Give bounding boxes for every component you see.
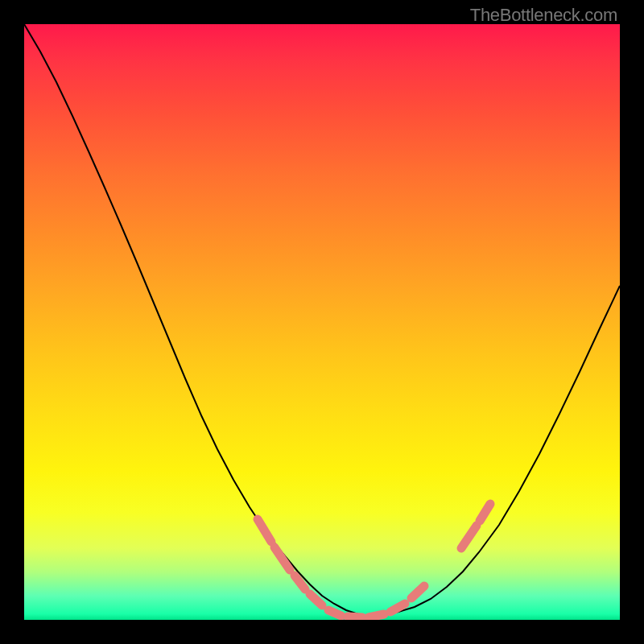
- plot-area: [24, 24, 620, 620]
- bottleneck-curve-left: [24, 24, 366, 617]
- marker-segment-9: [461, 526, 477, 548]
- bottleneck-curve-right: [366, 286, 620, 617]
- marker-segment-10: [480, 504, 490, 521]
- marker-segment-8: [411, 586, 424, 598]
- marker-segment-4: [328, 610, 341, 616]
- marker-segment-0: [258, 519, 271, 542]
- marker-segment-5: [348, 617, 362, 617]
- bottom-marker-group: [258, 504, 490, 617]
- marker-segment-3: [310, 594, 322, 605]
- chart-frame: TheBottleneck.com: [0, 0, 644, 644]
- marker-segment-6: [369, 614, 384, 617]
- chart-svg: [24, 24, 620, 620]
- watermark-text: TheBottleneck.com: [470, 5, 617, 26]
